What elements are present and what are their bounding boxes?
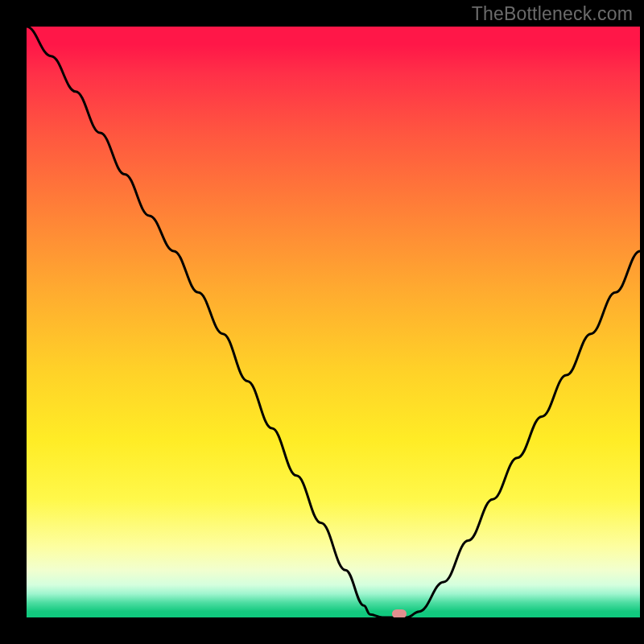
plot-area bbox=[27, 27, 640, 617]
bottleneck-curve bbox=[27, 27, 640, 617]
chart-frame: TheBottleneck.com bbox=[0, 0, 644, 644]
watermark-text: TheBottleneck.com bbox=[472, 3, 633, 25]
optimal-marker bbox=[392, 609, 407, 617]
curve-path bbox=[27, 27, 640, 617]
